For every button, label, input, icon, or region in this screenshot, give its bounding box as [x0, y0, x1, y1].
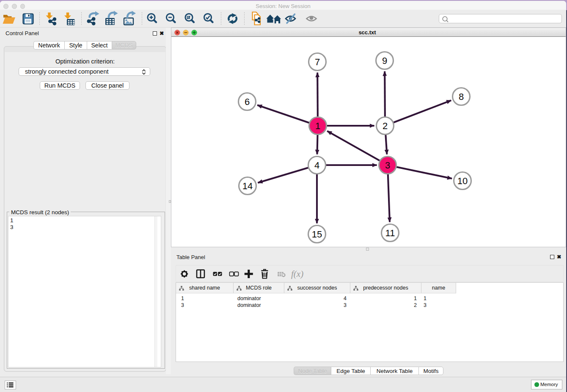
- svg-text:7: 7: [315, 57, 320, 67]
- svg-text:1: 1: [315, 121, 320, 131]
- svg-text:3: 3: [385, 160, 390, 171]
- svg-text:4: 4: [314, 160, 319, 171]
- svg-text:6: 6: [245, 97, 250, 107]
- svg-text:8: 8: [459, 91, 464, 102]
- svg-text:15: 15: [312, 229, 322, 240]
- svg-text:f(x): f(x): [291, 269, 303, 279]
- svg-text:9: 9: [382, 55, 387, 66]
- svg-text:11: 11: [385, 228, 395, 238]
- svg-text:2: 2: [383, 121, 388, 131]
- svg-text:14: 14: [242, 181, 253, 191]
- svg-text:10: 10: [457, 176, 468, 186]
